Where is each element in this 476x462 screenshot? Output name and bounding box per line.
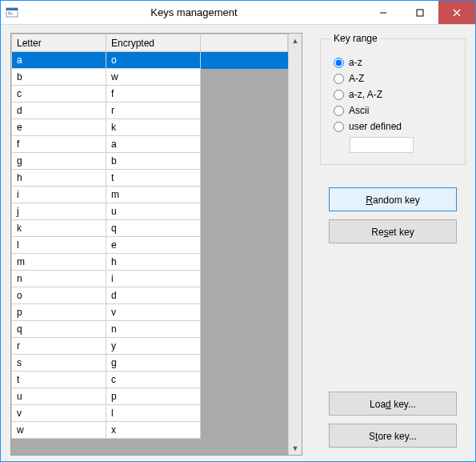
scroll-up-icon[interactable]: ▲: [289, 34, 302, 47]
window-title: Keys management: [23, 1, 365, 24]
userdef-input[interactable]: [350, 137, 414, 153]
cell-encrypted[interactable]: c: [106, 372, 201, 388]
table-row[interactable]: sg: [12, 355, 288, 372]
table-row[interactable]: ni: [12, 271, 288, 287]
radio-az-input[interactable]: [334, 58, 344, 68]
cell-letter[interactable]: s: [12, 355, 106, 372]
column-header-letter[interactable]: Letter: [12, 34, 106, 52]
radio-ascii[interactable]: Ascii: [334, 105, 452, 116]
cell-letter[interactable]: u: [12, 388, 106, 405]
cell-letter[interactable]: p: [12, 304, 106, 321]
table-row[interactable]: pv: [12, 304, 288, 321]
table-row[interactable]: im: [12, 187, 288, 203]
table-row[interactable]: wx: [12, 422, 288, 439]
table-row[interactable]: tc: [12, 372, 288, 388]
cell-encrypted[interactable]: x: [106, 422, 201, 439]
cell-encrypted[interactable]: p: [106, 388, 201, 405]
cell-letter[interactable]: l: [12, 237, 106, 254]
cell-letter[interactable]: o: [12, 287, 106, 304]
table-row[interactable]: bw: [12, 69, 288, 86]
radio-userdef[interactable]: user defined: [334, 121, 452, 132]
cell-encrypted[interactable]: d: [106, 287, 201, 304]
table-row[interactable]: le: [12, 237, 288, 254]
table-row[interactable]: ht: [12, 170, 288, 187]
radio-azAZ[interactable]: a-z, A-Z: [334, 89, 452, 100]
table-row[interactable]: vl: [12, 405, 288, 422]
cell-encrypted[interactable]: m: [106, 187, 201, 203]
table-row[interactable]: cf: [12, 86, 288, 102]
maximize-button[interactable]: [402, 1, 438, 24]
cell-letter[interactable]: b: [12, 69, 106, 86]
key-grid[interactable]: Letter Encrypted aobwcfdrekfagbhtimjukql…: [10, 33, 302, 456]
cell-encrypted[interactable]: k: [106, 119, 201, 136]
cell-encrypted[interactable]: o: [106, 52, 201, 69]
cell-encrypted[interactable]: t: [106, 170, 201, 187]
cell-letter[interactable]: e: [12, 119, 106, 136]
cell-encrypted[interactable]: u: [106, 203, 201, 220]
table-row[interactable]: kq: [12, 220, 288, 237]
cell-encrypted[interactable]: n: [106, 321, 201, 338]
table-row[interactable]: ju: [12, 203, 288, 220]
cell-letter[interactable]: d: [12, 102, 106, 119]
svg-rect-5: [417, 10, 423, 16]
cell-filler: [201, 153, 288, 170]
table-row[interactable]: mh: [12, 254, 288, 271]
table-row[interactable]: fa: [12, 136, 288, 153]
close-button[interactable]: [438, 1, 475, 24]
cell-encrypted[interactable]: i: [106, 271, 201, 287]
cell-letter[interactable]: f: [12, 136, 106, 153]
cell-encrypted[interactable]: r: [106, 102, 201, 119]
store-key-button[interactable]: Store key...: [329, 424, 457, 448]
table-row[interactable]: od: [12, 287, 288, 304]
column-header-encrypted[interactable]: Encrypted: [106, 34, 201, 52]
cell-letter[interactable]: j: [12, 203, 106, 220]
side-panel: Key range a-z A-Z a-z, A-Z Ascii: [320, 33, 466, 456]
cell-letter[interactable]: g: [12, 153, 106, 170]
minimize-button[interactable]: [365, 1, 402, 24]
cell-encrypted[interactable]: h: [106, 254, 201, 271]
cell-letter[interactable]: n: [12, 271, 106, 287]
radio-AZ[interactable]: A-Z: [334, 73, 452, 84]
cell-encrypted[interactable]: y: [106, 338, 201, 355]
cell-letter[interactable]: h: [12, 170, 106, 187]
radio-userdef-input[interactable]: [334, 122, 344, 132]
cell-encrypted[interactable]: b: [106, 153, 201, 170]
cell-encrypted[interactable]: f: [106, 86, 201, 102]
cell-encrypted[interactable]: l: [106, 405, 201, 422]
radio-azAZ-input[interactable]: [334, 90, 344, 100]
table-row[interactable]: ry: [12, 338, 288, 355]
cell-encrypted[interactable]: q: [106, 220, 201, 237]
radio-AZ-input[interactable]: [334, 74, 344, 84]
cell-letter[interactable]: m: [12, 254, 106, 271]
cell-encrypted[interactable]: a: [106, 136, 201, 153]
scroll-track[interactable]: [289, 47, 302, 441]
cell-letter[interactable]: c: [12, 86, 106, 102]
table-row[interactable]: ek: [12, 119, 288, 136]
table-row[interactable]: ao: [12, 52, 288, 69]
cell-letter[interactable]: i: [12, 187, 106, 203]
load-key-button[interactable]: Load key...: [329, 392, 457, 416]
table-row[interactable]: gb: [12, 153, 288, 170]
cell-letter[interactable]: k: [12, 220, 106, 237]
table-row[interactable]: up: [12, 388, 288, 405]
scroll-down-icon[interactable]: ▼: [289, 441, 302, 455]
cell-letter[interactable]: v: [12, 405, 106, 422]
reset-key-button[interactable]: Reset key: [329, 219, 457, 243]
random-key-button[interactable]: Random key: [329, 187, 457, 211]
cell-filler: [201, 388, 288, 405]
cell-letter[interactable]: w: [12, 422, 106, 439]
cell-encrypted[interactable]: w: [106, 69, 201, 86]
cell-encrypted[interactable]: e: [106, 237, 201, 254]
titlebar[interactable]: Keys management: [1, 1, 475, 25]
cell-letter[interactable]: q: [12, 321, 106, 338]
cell-encrypted[interactable]: g: [106, 355, 201, 372]
table-row[interactable]: qn: [12, 321, 288, 338]
radio-ascii-input[interactable]: [334, 106, 344, 116]
cell-letter[interactable]: r: [12, 338, 106, 355]
vertical-scrollbar[interactable]: ▲ ▼: [288, 34, 302, 455]
radio-az[interactable]: a-z: [334, 57, 452, 68]
cell-letter[interactable]: a: [12, 52, 106, 69]
table-row[interactable]: dr: [12, 102, 288, 119]
cell-letter[interactable]: t: [12, 372, 106, 388]
cell-encrypted[interactable]: v: [106, 304, 201, 321]
